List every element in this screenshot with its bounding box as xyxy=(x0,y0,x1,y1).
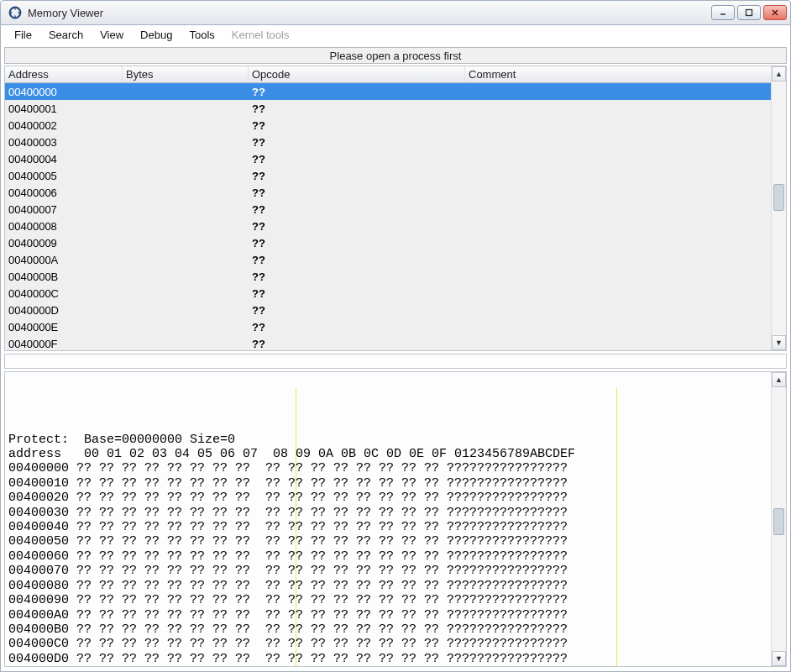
cell-address: 00400001 xyxy=(5,102,123,115)
disasm-scrollbar[interactable]: ▲ ▼ xyxy=(771,66,786,350)
cell-opcode: ?? xyxy=(249,119,465,132)
cell-opcode: ?? xyxy=(249,270,465,283)
menu-view[interactable]: View xyxy=(92,27,132,43)
disasm-row[interactable]: 00400009?? xyxy=(5,234,771,251)
hex-scrollbar[interactable]: ▲ ▼ xyxy=(771,372,786,666)
window-controls xyxy=(711,5,787,20)
cell-opcode: ?? xyxy=(249,136,465,149)
status-message: Please open a process first xyxy=(330,50,462,62)
disasm-header: Address Bytes Opcode Comment xyxy=(5,66,771,83)
cell-address: 00400002 xyxy=(5,119,123,132)
disassembly-pane: Address Bytes Opcode Comment 00400000??0… xyxy=(4,66,787,351)
maximize-button[interactable] xyxy=(737,5,761,20)
disasm-row[interactable]: 0040000B?? xyxy=(5,268,771,285)
col-opcode[interactable]: Opcode xyxy=(249,66,465,82)
scroll-thumb[interactable] xyxy=(773,184,784,211)
cell-address: 0040000F xyxy=(5,338,123,350)
cell-opcode: ?? xyxy=(249,186,465,199)
cell-address: 00400009 xyxy=(5,237,123,249)
disasm-row[interactable]: 0040000C?? xyxy=(5,285,771,302)
scroll-down-icon[interactable]: ▼ xyxy=(772,335,786,350)
scroll-up-icon[interactable]: ▲ xyxy=(772,372,786,387)
cell-address: 00400007 xyxy=(5,203,123,216)
disasm-row[interactable]: 0040000A?? xyxy=(5,251,771,268)
cell-opcode: ?? xyxy=(249,237,465,249)
cell-opcode: ?? xyxy=(249,321,465,333)
disasm-row[interactable]: 00400005?? xyxy=(5,167,771,184)
scroll-thumb[interactable] xyxy=(773,508,784,535)
hex-pane: Protect: Base=00000000 Size=0 address 00… xyxy=(4,371,787,667)
menu-file[interactable]: File xyxy=(6,27,40,43)
disasm-row[interactable]: 00400006?? xyxy=(5,184,771,201)
titlebar: Memory Viewer xyxy=(0,0,791,25)
menu-kernel-tools: Kernel tools xyxy=(223,27,298,43)
cell-opcode: ?? xyxy=(249,86,465,98)
cell-address: 00400003 xyxy=(5,136,123,149)
cell-opcode: ?? xyxy=(249,338,465,350)
cell-opcode: ?? xyxy=(249,220,465,233)
menu-tools[interactable]: Tools xyxy=(181,27,223,43)
hex-content[interactable]: Protect: Base=00000000 Size=0 address 00… xyxy=(5,372,771,666)
cell-opcode: ?? xyxy=(249,170,465,182)
col-comment[interactable]: Comment xyxy=(465,66,771,82)
splitter[interactable] xyxy=(4,354,787,369)
cell-opcode: ?? xyxy=(249,102,465,115)
disasm-row[interactable]: 00400002?? xyxy=(5,117,771,134)
cell-address: 0040000D xyxy=(5,304,123,317)
disasm-row[interactable]: 00400007?? xyxy=(5,201,771,218)
cell-address: 00400005 xyxy=(5,170,123,182)
scroll-down-icon[interactable]: ▼ xyxy=(772,651,786,666)
cell-address: 00400006 xyxy=(5,186,123,199)
cell-opcode: ?? xyxy=(249,304,465,317)
cell-address: 0040000A xyxy=(5,254,123,266)
disasm-row[interactable]: 0040000E?? xyxy=(5,318,771,335)
col-bytes[interactable]: Bytes xyxy=(123,66,249,82)
disasm-row[interactable]: 00400003?? xyxy=(5,134,771,150)
cell-opcode: ?? xyxy=(249,287,465,300)
minimize-button[interactable] xyxy=(711,5,735,20)
disasm-row[interactable]: 00400000?? xyxy=(5,83,771,100)
cell-address: 0040000C xyxy=(5,287,123,300)
menubar: FileSearchViewDebugToolsKernel tools xyxy=(0,25,791,44)
cell-opcode: ?? xyxy=(249,153,465,165)
disasm-row[interactable]: 0040000D?? xyxy=(5,302,771,318)
svg-rect-2 xyxy=(746,10,752,16)
cell-opcode: ?? xyxy=(249,203,465,216)
disasm-row[interactable]: 00400008?? xyxy=(5,218,771,234)
disasm-row[interactable]: 00400001?? xyxy=(5,100,771,117)
close-button[interactable] xyxy=(763,5,787,20)
disasm-row[interactable]: 00400004?? xyxy=(5,150,771,167)
status-bar: Please open a process first xyxy=(4,47,787,64)
cell-opcode: ?? xyxy=(249,254,465,266)
cell-address: 0040000E xyxy=(5,321,123,333)
scroll-up-icon[interactable]: ▲ xyxy=(772,66,786,81)
window-title: Memory Viewer xyxy=(28,7,711,19)
app-icon xyxy=(8,5,23,20)
cell-address: 00400000 xyxy=(5,86,123,98)
cell-address: 0040000B xyxy=(5,270,123,283)
menu-debug[interactable]: Debug xyxy=(132,27,181,43)
menu-search[interactable]: Search xyxy=(40,27,92,43)
disasm-body[interactable]: 00400000??00400001??00400002??00400003??… xyxy=(5,83,771,352)
cell-address: 00400008 xyxy=(5,220,123,233)
disasm-row[interactable]: 0040000F?? xyxy=(5,335,771,352)
cell-address: 00400004 xyxy=(5,153,123,165)
col-address[interactable]: Address xyxy=(5,66,123,82)
